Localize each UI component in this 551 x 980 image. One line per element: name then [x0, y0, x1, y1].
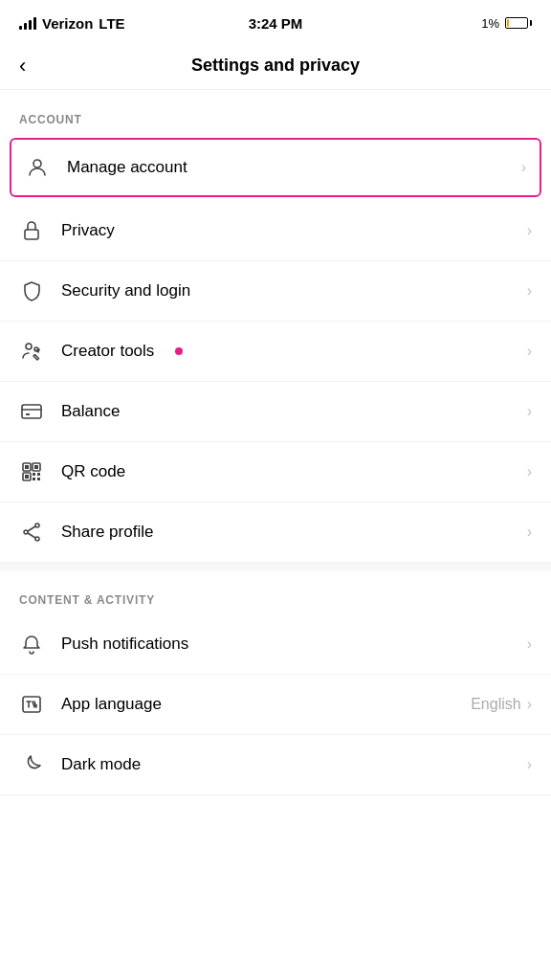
- battery-icon: [505, 17, 532, 29]
- privacy-item[interactable]: Privacy ›: [0, 201, 551, 261]
- share-icon: [19, 520, 44, 545]
- manage-account-chevron: ›: [521, 159, 526, 176]
- qr-icon: [19, 459, 44, 484]
- share-profile-label: Share profile: [61, 523, 153, 542]
- share-profile-chevron: ›: [527, 523, 532, 541]
- push-notifications-item[interactable]: Push notifications ›: [0, 614, 551, 675]
- svg-rect-12: [33, 473, 35, 476]
- shield-icon: [19, 278, 44, 303]
- content-activity-section-header: CONTENT & ACTIVITY: [0, 570, 551, 614]
- svg-rect-11: [25, 475, 29, 479]
- language-icon: [19, 692, 44, 717]
- battery-percent: 1%: [481, 16, 499, 31]
- app-language-item[interactable]: App language English ›: [0, 675, 551, 735]
- svg-rect-14: [33, 478, 35, 480]
- qr-code-item[interactable]: QR code ›: [0, 442, 551, 502]
- svg-rect-13: [37, 473, 40, 476]
- lock-icon: [19, 218, 44, 243]
- page-title: Settings and privacy: [191, 56, 360, 76]
- app-language-value: English: [471, 696, 520, 713]
- content-activity-section: CONTENT & ACTIVITY Push notifications › …: [0, 570, 551, 795]
- signal-icon: [19, 16, 36, 30]
- account-section-header: ACCOUNT: [0, 90, 551, 134]
- creator-tools-label: Creator tools: [61, 342, 154, 361]
- security-login-chevron: ›: [527, 282, 532, 300]
- security-login-item[interactable]: Security and login ›: [0, 261, 551, 322]
- balance-icon: [19, 399, 44, 424]
- balance-chevron: ›: [527, 403, 532, 420]
- balance-item[interactable]: Balance ›: [0, 382, 551, 442]
- status-right: 1%: [481, 16, 532, 31]
- section-divider: [0, 563, 551, 570]
- security-login-label: Security and login: [61, 281, 190, 301]
- moon-icon: [19, 752, 44, 777]
- bell-icon: [19, 632, 44, 657]
- manage-account-label: Manage account: [67, 158, 187, 177]
- status-time: 3:24 PM: [249, 15, 303, 32]
- balance-label: Balance: [61, 402, 120, 421]
- account-section: ACCOUNT Manage account › Privacy ›: [0, 90, 551, 563]
- creator-icon: [19, 339, 44, 364]
- app-language-label: App language: [61, 695, 162, 714]
- status-bar: Verizon LTE 3:24 PM 1%: [0, 0, 551, 42]
- dark-mode-label: Dark mode: [61, 755, 141, 774]
- manage-account-item[interactable]: Manage account ›: [10, 138, 541, 197]
- share-profile-item[interactable]: Share profile ›: [0, 502, 551, 563]
- svg-rect-7: [25, 465, 29, 469]
- push-notifications-chevron: ›: [527, 635, 532, 653]
- app-language-chevron: ›: [527, 696, 532, 713]
- dark-mode-chevron: ›: [527, 756, 532, 773]
- qr-code-label: QR code: [61, 462, 125, 481]
- svg-point-2: [26, 344, 32, 349]
- carrier-info: Verizon LTE: [19, 15, 125, 32]
- svg-rect-4: [22, 405, 41, 418]
- carrier-label: Verizon: [42, 15, 93, 32]
- svg-rect-15: [37, 478, 40, 480]
- creator-tools-item[interactable]: Creator tools ›: [0, 322, 551, 382]
- svg-rect-5: [26, 413, 30, 415]
- svg-rect-9: [34, 465, 38, 469]
- back-button[interactable]: ‹: [19, 54, 26, 78]
- svg-rect-19: [23, 697, 40, 712]
- person-icon: [25, 155, 50, 180]
- creator-tools-chevron: ›: [527, 343, 532, 360]
- svg-rect-1: [25, 230, 38, 239]
- svg-point-0: [33, 160, 41, 167]
- navigation-bar: ‹ Settings and privacy: [0, 42, 551, 90]
- qr-code-chevron: ›: [527, 463, 532, 480]
- network-label: LTE: [99, 15, 124, 32]
- push-notifications-label: Push notifications: [61, 635, 188, 654]
- creator-tools-badge: [175, 347, 183, 355]
- privacy-label: Privacy: [61, 221, 115, 240]
- dark-mode-item[interactable]: Dark mode ›: [0, 735, 551, 795]
- privacy-chevron: ›: [527, 222, 532, 239]
